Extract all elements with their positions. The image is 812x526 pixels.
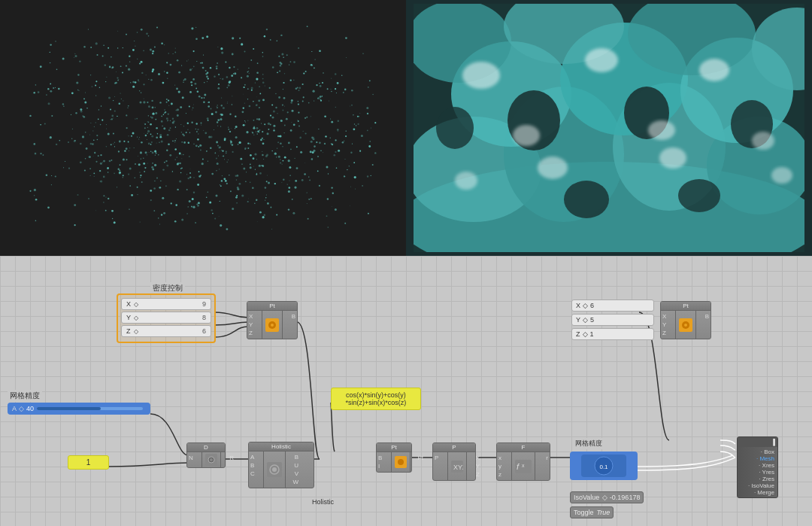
svg-point-832	[80, 108, 82, 111]
svg-text:XYZ: XYZ	[453, 464, 463, 471]
svg-point-833	[196, 204, 198, 205]
svg-point-558	[191, 206, 192, 208]
right-y-slider[interactable]: Y ◇ 5	[571, 314, 654, 326]
svg-point-1015	[107, 167, 109, 169]
svg-point-579	[117, 80, 119, 81]
svg-point-414	[235, 136, 238, 138]
svg-point-379	[150, 190, 152, 192]
number-node[interactable]: 1	[68, 455, 109, 470]
svg-point-915	[40, 124, 41, 126]
svg-point-665	[290, 102, 292, 104]
svg-point-555	[275, 107, 277, 108]
svg-point-725	[150, 133, 152, 135]
svg-point-346	[211, 173, 214, 175]
svg-point-440	[354, 176, 356, 178]
svg-point-204	[289, 187, 291, 189]
svg-point-381	[276, 157, 277, 157]
svg-point-434	[151, 135, 153, 138]
svg-point-888	[237, 175, 239, 177]
svg-point-564	[29, 115, 31, 117]
svg-point-115	[351, 90, 353, 92]
svg-point-864	[217, 62, 218, 64]
svg-point-817	[353, 128, 356, 130]
point-decompose-node[interactable]: P P XYZ X Y Z	[432, 442, 476, 481]
holistic-node[interactable]: Holistic A B C B U V	[248, 442, 314, 488]
svg-point-1057	[455, 172, 477, 190]
svg-point-193	[308, 102, 310, 104]
svg-point-307	[230, 190, 232, 192]
svg-point-125	[186, 61, 187, 62]
dial-node[interactable]: 0.1	[570, 452, 638, 480]
formula-node[interactable]: cos(x)*sin(y)+cos(y)*sin(z)+sin(x)*cos(z…	[331, 388, 421, 410]
svg-point-1020	[331, 91, 332, 92]
svg-point-201	[136, 118, 138, 120]
function-node[interactable]: F x y z f x r	[496, 442, 550, 481]
svg-point-621	[111, 56, 111, 57]
svg-point-169	[203, 54, 204, 55]
svg-point-1027	[159, 224, 160, 225]
grid-precision-slider[interactable]: A ◇ 40	[8, 403, 150, 415]
svg-point-55	[77, 74, 79, 75]
svg-point-640	[183, 126, 184, 126]
svg-point-144	[335, 208, 337, 211]
svg-point-810	[298, 101, 298, 102]
svg-point-42	[95, 122, 96, 123]
rx-value: 6	[590, 302, 594, 309]
svg-point-368	[335, 139, 337, 141]
svg-point-251	[174, 140, 176, 141]
svg-point-582	[262, 52, 263, 53]
construct-point-node-right[interactable]: Pt X Y Z B	[660, 301, 711, 339]
svg-point-304	[220, 185, 222, 187]
svg-point-620	[144, 123, 144, 123]
svg-point-580	[368, 87, 369, 88]
svg-point-940	[88, 29, 89, 29]
right-z-slider[interactable]: Z ◇ 1	[571, 328, 654, 340]
z-slider[interactable]: Z ◇ 6	[121, 325, 211, 337]
svg-point-40	[106, 197, 107, 198]
x-slider[interactable]: X ◇ 9	[121, 298, 211, 310]
svg-point-508	[77, 90, 79, 91]
svg-point-554	[137, 187, 138, 188]
construct-point-node-left[interactable]: Pt X Y Z B	[247, 301, 298, 339]
svg-point-116	[214, 129, 214, 130]
grid-precision-label-right: 网格精度	[573, 438, 604, 449]
svg-point-871	[235, 128, 235, 129]
grid-precision-label-left: 网格精度	[8, 390, 42, 402]
svg-point-56	[132, 132, 135, 134]
svg-point-399	[226, 153, 226, 154]
y-slider[interactable]: Y ◇ 8	[121, 312, 211, 324]
svg-point-576	[332, 144, 333, 145]
svg-point-1017	[34, 143, 36, 145]
svg-point-188	[35, 153, 37, 155]
svg-point-770	[135, 45, 136, 47]
svg-point-844	[130, 82, 131, 83]
function-outputs: r	[535, 452, 550, 480]
svg-point-1048	[678, 179, 720, 212]
iso-value-node[interactable]: IsoValue ◇ -0.196178	[570, 491, 644, 503]
svg-point-290	[229, 129, 230, 130]
domain-node[interactable]: D N R	[186, 442, 226, 468]
svg-point-52	[95, 95, 96, 96]
svg-point-408	[227, 103, 228, 104]
svg-point-1053	[648, 120, 675, 140]
interpolate-node[interactable]: Pt B I Pt	[376, 442, 412, 473]
toggle-node[interactable]: Toggle True	[570, 506, 614, 518]
svg-point-50	[337, 82, 339, 84]
svg-point-1006	[92, 143, 94, 145]
svg-point-906	[193, 105, 194, 105]
right-x-slider[interactable]: X ◇ 6	[571, 299, 654, 312]
svg-point-641	[280, 65, 281, 66]
svg-point-301	[189, 68, 192, 71]
svg-point-373	[195, 27, 196, 28]
svg-point-219	[272, 66, 274, 68]
svg-point-119	[316, 84, 317, 86]
svg-point-401	[103, 45, 105, 47]
svg-point-531	[361, 135, 363, 137]
svg-point-807	[86, 147, 88, 150]
svg-point-692	[144, 127, 146, 129]
mesh-output-node[interactable]: ▐ · Box · Mesh · Xres · Yres · Zres · Is…	[737, 436, 778, 498]
toggle-label: Toggle	[574, 509, 594, 516]
svg-point-31	[253, 157, 255, 160]
svg-point-626	[269, 87, 271, 89]
svg-point-785	[233, 66, 235, 68]
